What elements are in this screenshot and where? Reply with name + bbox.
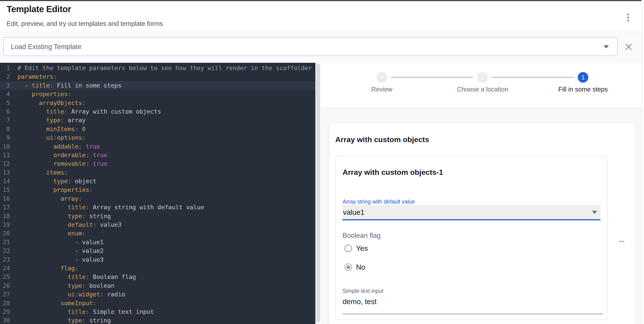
- code-text: flag:: [18, 264, 78, 272]
- step-choose-a-location[interactable]: 2Choose a location: [436, 72, 529, 93]
- step-fill-in-some-steps[interactable]: 1Fill in some steps: [537, 72, 630, 93]
- code-line-2[interactable]: 2parameters:: [0, 72, 315, 81]
- code-line-3[interactable]: 3 - title: Fill in some steps: [0, 81, 315, 90]
- page-header: Template Editor Edit, preview, and try o…: [0, 1, 641, 32]
- code-line-15[interactable]: 15 properties:: [0, 185, 315, 194]
- remove-array-item-button[interactable]: [615, 235, 628, 248]
- code-text: addable: true: [18, 142, 100, 151]
- code-line-11[interactable]: 11 orderable: true: [0, 151, 315, 159]
- code-text: parameters:: [18, 72, 57, 81]
- page-subtitle: Edit, preview, and try out templates and…: [7, 20, 163, 28]
- line-number: 12: [0, 159, 10, 168]
- yaml-code-editor[interactable]: 1# Edit the template parameters below to…: [0, 63, 315, 324]
- code-line-6[interactable]: 6 title: Array with custom objects: [0, 107, 315, 116]
- editor-scrollbar-thumb[interactable]: [316, 64, 320, 323]
- line-number: 8: [0, 125, 10, 133]
- code-text: type: string: [18, 316, 111, 324]
- line-number: 4: [0, 90, 10, 98]
- line-number: 19: [0, 220, 10, 229]
- code-text: orderable: true: [18, 151, 107, 159]
- code-text: ui:widget: radio: [18, 290, 125, 298]
- code-line-16[interactable]: 16 array:: [0, 194, 315, 203]
- template-editor-page: Template Editor Edit, preview, and try o…: [0, 0, 644, 324]
- code-line-24[interactable]: 24 flag:: [0, 264, 315, 272]
- code-line-4[interactable]: 4 properties:: [0, 90, 315, 98]
- code-line-29[interactable]: 29 title: Simple text input: [0, 307, 315, 316]
- line-number: 5: [0, 99, 10, 107]
- code-text: type: boolean: [18, 281, 114, 290]
- code-line-14[interactable]: 14 type: object: [0, 177, 315, 185]
- line-number: 3: [0, 81, 10, 90]
- clear-template-button[interactable]: [624, 43, 633, 51]
- radio-option-label: No: [356, 263, 365, 271]
- code-text: title: Boolean flag: [18, 272, 136, 281]
- code-line-20[interactable]: 20 enum:: [0, 229, 315, 238]
- step-circle: 2: [477, 72, 488, 83]
- line-number: 6: [0, 107, 10, 116]
- line-number: 23: [0, 255, 10, 264]
- load-existing-template-label: Load Existing Template: [11, 43, 82, 51]
- select-field-value: value1: [343, 208, 364, 217]
- template-load-toolbar: Load Existing Template: [0, 33, 641, 63]
- code-line-10[interactable]: 10 addable: true: [0, 142, 315, 151]
- step-label: Review: [336, 86, 428, 93]
- code-line-30[interactable]: 30 type: string: [0, 316, 315, 324]
- code-line-22[interactable]: 22 - value2: [0, 246, 315, 255]
- code-text: - value3: [18, 255, 104, 264]
- load-existing-template-select[interactable]: Load Existing Template: [4, 37, 618, 56]
- line-number: 21: [0, 238, 10, 246]
- code-line-18[interactable]: 18 type: string: [0, 212, 315, 220]
- code-text: type: string: [18, 212, 111, 220]
- line-number: 7: [0, 116, 10, 124]
- code-line-21[interactable]: 21 - value1: [0, 238, 315, 246]
- code-line-7[interactable]: 7 type: array: [0, 116, 315, 124]
- line-number: 29: [0, 307, 10, 316]
- code-line-5[interactable]: 5 arrayObjects:: [0, 99, 315, 107]
- line-number: 16: [0, 194, 10, 203]
- code-line-17[interactable]: 17 title: Array string with default valu…: [0, 203, 315, 211]
- array-string-select[interactable]: value1: [342, 205, 600, 219]
- code-text: type: array: [18, 116, 86, 124]
- radio-option-yes[interactable]: Yes: [344, 239, 368, 258]
- code-text: removable: true: [18, 159, 107, 168]
- code-text: properties:: [18, 185, 93, 194]
- select-caret-icon: [592, 211, 597, 214]
- code-text: default: value3: [18, 220, 122, 229]
- array-item-title: Array with custom objects-1: [342, 168, 443, 177]
- code-line-9[interactable]: 9 ui:options:: [0, 133, 315, 142]
- line-number: 30: [0, 316, 10, 324]
- radio-option-no[interactable]: No: [344, 258, 368, 276]
- code-line-25[interactable]: 25 title: Boolean flag: [0, 272, 315, 281]
- page-scrollbar[interactable]: [641, 0, 644, 324]
- step-label: Choose a location: [436, 86, 529, 93]
- text-field-underline: [342, 313, 603, 314]
- code-line-13[interactable]: 13 items:: [0, 168, 315, 177]
- code-line-26[interactable]: 26 type: boolean: [0, 281, 315, 290]
- code-line-1[interactable]: 1# Edit the template parameters below to…: [0, 64, 315, 72]
- step-label: Fill in some steps: [537, 86, 630, 93]
- boolean-flag-radio-group: YesNo: [344, 239, 368, 276]
- line-number: 11: [0, 151, 10, 159]
- kebab-menu-icon[interactable]: [623, 10, 634, 25]
- code-text: title: Array string with default value: [18, 203, 204, 211]
- editor-scrollbar[interactable]: [315, 63, 321, 324]
- line-number: 22: [0, 246, 10, 255]
- code-line-8[interactable]: 8 minItems: 0: [0, 125, 315, 133]
- code-line-28[interactable]: 28 someInput:: [0, 299, 315, 307]
- code-text: # Edit the template parameters below to …: [18, 64, 312, 72]
- code-text: someInput:: [18, 299, 96, 307]
- code-line-12[interactable]: 12 removable: true: [0, 159, 315, 168]
- line-number: 27: [0, 290, 10, 298]
- code-text: - value2: [18, 246, 104, 255]
- radio-group-label: Boolean flag: [342, 232, 380, 240]
- code-line-27[interactable]: 27 ui:widget: radio: [0, 290, 315, 298]
- code-line-23[interactable]: 23 - value3: [0, 255, 315, 264]
- line-number: 2: [0, 72, 10, 81]
- code-text: array:: [18, 194, 82, 203]
- step-circle: 1: [578, 72, 588, 83]
- simple-text-input[interactable]: demo, test: [342, 297, 376, 306]
- code-line-19[interactable]: 19 default: value3: [0, 220, 315, 229]
- step-review[interactable]: 3Review: [336, 72, 428, 93]
- select-field-underline: [342, 219, 600, 220]
- code-text: - title: Fill in some steps: [18, 81, 122, 90]
